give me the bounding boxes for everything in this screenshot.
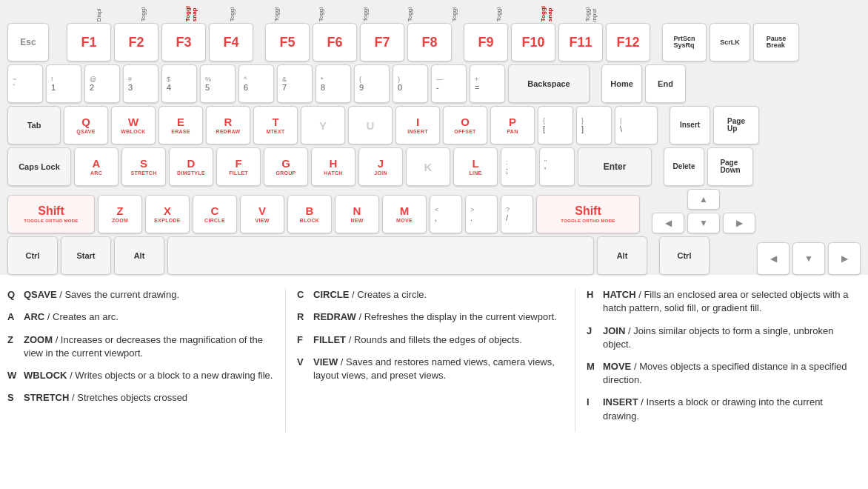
key-h[interactable]: H HATCH xyxy=(311,147,355,186)
key-ctrl-arrow-right[interactable]: ▶ xyxy=(828,242,861,275)
key-ctrl-arrow-down[interactable]: ▼ xyxy=(792,242,825,275)
desc-item-c: C CIRCLE / Creates a circle. xyxy=(297,288,564,302)
key-quote[interactable]: " ' xyxy=(539,147,575,186)
key-f3[interactable]: F3 xyxy=(161,23,206,61)
key-backspace[interactable]: Backspace xyxy=(508,64,590,103)
key-q[interactable]: Q QSAVE xyxy=(64,106,108,144)
key-x[interactable]: X EXPLODE xyxy=(145,195,190,233)
desc-item-q: Q QSAVE / Saves the current drawing. xyxy=(7,288,274,302)
key-t[interactable]: T MTEXT xyxy=(253,106,298,144)
key-e[interactable]: E ERASE xyxy=(158,106,203,144)
key-8[interactable]: * 8 xyxy=(316,64,351,103)
key-2[interactable]: @ 2 xyxy=(84,64,120,103)
key-arrow-left[interactable]: ◀ xyxy=(652,213,684,233)
key-home[interactable]: Home xyxy=(601,64,642,103)
key-capslock[interactable]: Caps Lock xyxy=(7,147,71,186)
key-w[interactable]: W WBLOCK xyxy=(111,106,156,144)
key-tab[interactable]: Tab xyxy=(7,106,61,144)
key-5[interactable]: % 5 xyxy=(200,64,236,103)
key-arrow-up[interactable]: ▲ xyxy=(687,189,720,210)
key-l[interactable]: L LINE xyxy=(453,147,498,186)
key-alt-left[interactable]: Alt xyxy=(114,236,164,275)
key-semicolon[interactable]: : ; xyxy=(501,147,536,186)
key-esc[interactable]: Esc xyxy=(7,23,49,61)
key-f9[interactable]: F9 xyxy=(464,23,508,61)
key-lbracket[interactable]: { [ xyxy=(538,106,573,144)
key-ctrl-arrow-left[interactable]: ◀ xyxy=(757,242,789,275)
key-n[interactable]: N NEW xyxy=(335,195,379,233)
key-p[interactable]: P PAN xyxy=(490,106,535,144)
fn-label-f6: Toggl xyxy=(318,6,363,21)
key-s[interactable]: S STRETCH xyxy=(121,147,166,186)
key-arrow-right[interactable]: ▶ xyxy=(723,213,755,233)
key-r[interactable]: R REDRAW xyxy=(206,106,250,144)
key-f10[interactable]: F10 xyxy=(511,23,555,61)
key-prtsc[interactable]: PrtScnSysRq xyxy=(662,23,707,61)
key-f4[interactable]: F4 xyxy=(209,23,253,61)
key-u[interactable]: U xyxy=(348,106,393,144)
key-o[interactable]: O OFFSET xyxy=(443,106,487,144)
key-1[interactable]: ! 1 xyxy=(46,64,81,103)
key-f6[interactable]: F6 xyxy=(313,23,357,61)
key-z[interactable]: Z ZOOM xyxy=(98,195,142,233)
key-6[interactable]: ^ 6 xyxy=(238,64,274,103)
key-f7[interactable]: F7 xyxy=(360,23,404,61)
key-ctrl-right[interactable]: Ctrl xyxy=(659,236,710,275)
key-backslash[interactable]: | \ xyxy=(615,106,658,144)
key-0[interactable]: ) 0 xyxy=(393,64,428,103)
fn-label-f7: Toggl xyxy=(363,6,407,21)
key-f8[interactable]: F8 xyxy=(407,23,452,61)
key-g[interactable]: G GROUP xyxy=(264,147,308,186)
key-alt-right[interactable]: Alt xyxy=(597,236,647,275)
key-a[interactable]: A ARC xyxy=(74,147,118,186)
key-y[interactable]: Y xyxy=(301,106,345,144)
key-shift-left[interactable]: Shift TOGGLE ORTHO MODE xyxy=(7,195,95,233)
key-equals[interactable]: + = xyxy=(470,64,505,103)
key-m[interactable]: M MOVE xyxy=(382,195,427,233)
key-7[interactable]: & 7 xyxy=(277,64,313,103)
key-ctrl-left[interactable]: Ctrl xyxy=(7,236,58,275)
key-f1[interactable]: F1 xyxy=(67,23,111,61)
key-4[interactable]: $ 4 xyxy=(161,64,197,103)
key-space[interactable] xyxy=(167,236,594,275)
key-pgdn[interactable]: PageDown xyxy=(707,147,753,186)
key-delete[interactable]: Delete xyxy=(664,147,704,186)
key-f[interactable]: F FILLET xyxy=(216,147,261,186)
key-arrow-down[interactable]: ▼ xyxy=(687,213,720,233)
key-3[interactable]: # 3 xyxy=(123,64,158,103)
desc-item-w: W WBLOCK / Writes objects or a block to … xyxy=(7,369,274,382)
key-c[interactable]: C CIRCLE xyxy=(193,195,237,233)
desc-item-m: M MOVE / Moves objects a specified dista… xyxy=(587,360,853,387)
key-scrlk[interactable]: ScrLK xyxy=(710,23,750,61)
divider-2 xyxy=(575,288,575,432)
key-v[interactable]: V VIEW xyxy=(240,195,284,233)
key-fwdslash[interactable]: ? / xyxy=(501,195,533,233)
key-f2[interactable]: F2 xyxy=(114,23,158,61)
key-start[interactable]: Start xyxy=(61,236,111,275)
key-rbracket[interactable]: } ] xyxy=(576,106,612,144)
arrow-cluster: ▲ ◀ ▼ ▶ xyxy=(652,189,755,233)
key-end[interactable]: End xyxy=(645,64,686,103)
key-shift-right[interactable]: Shift TOGGLE ORTHO MODE xyxy=(536,195,640,233)
key-d[interactable]: D DIMSTYLE xyxy=(169,147,213,186)
key-minus[interactable]: — - xyxy=(431,64,467,103)
desc-item-i: I INSERT / Inserts a block or drawing in… xyxy=(587,396,853,422)
key-f5[interactable]: F5 xyxy=(265,23,310,61)
key-comma[interactable]: < , xyxy=(430,195,462,233)
key-enter[interactable]: Enter xyxy=(578,147,652,186)
key-i[interactable]: I INSERT xyxy=(395,106,440,144)
key-k[interactable]: K xyxy=(406,147,450,186)
key-pgup[interactable]: PageUp xyxy=(713,106,759,144)
fn-label-f4: Toggl xyxy=(230,6,274,21)
key-f12[interactable]: F12 xyxy=(606,23,650,61)
fn-label-f3: Togglsnap xyxy=(185,6,230,21)
key-tilde[interactable]: ~ ` xyxy=(7,64,43,103)
key-insert[interactable]: Insert xyxy=(670,106,710,144)
fn-label-f9: Toggl xyxy=(452,6,496,21)
key-9[interactable]: ( 9 xyxy=(354,64,390,103)
key-pause[interactable]: PauseBreak xyxy=(753,23,799,61)
key-j[interactable]: J JOIN xyxy=(358,147,403,186)
key-b[interactable]: B BLOCK xyxy=(287,195,332,233)
key-f11[interactable]: F11 xyxy=(558,23,603,61)
key-period[interactable]: > . xyxy=(465,195,498,233)
